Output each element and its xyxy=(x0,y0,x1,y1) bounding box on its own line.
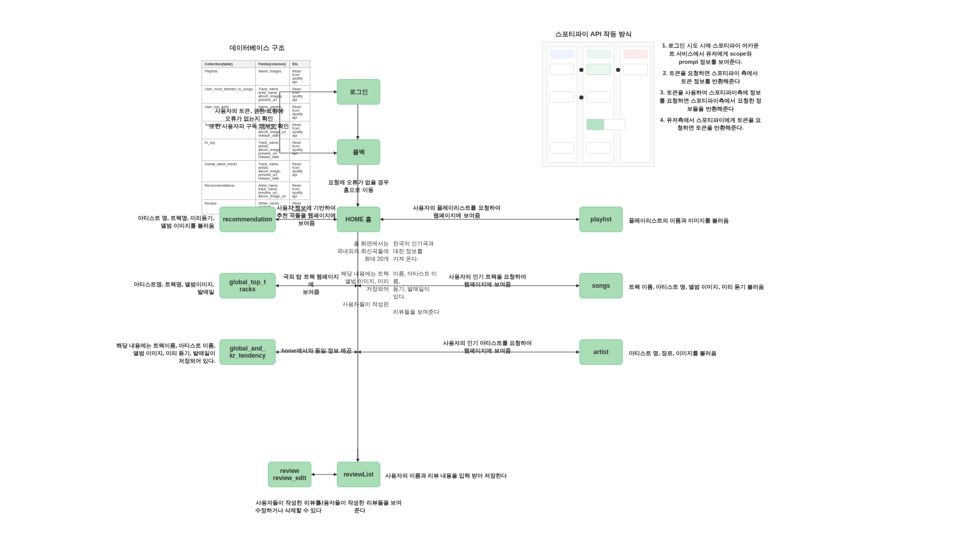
node-songs: songs xyxy=(579,273,623,298)
label-playlist-desc: 플레이리스트의 이름과 이미지를 불러옴 xyxy=(629,217,741,224)
label-home-body-right: 한국의 인기곡과 대한 정보를 가져 온다. 이름, 아티스트 이름, 듣기, … xyxy=(393,240,444,315)
label-home-gtt: 국외 탑 트랙 웹페이지에 보여줌 xyxy=(282,273,340,296)
db-th-1: Fields(columns) xyxy=(256,61,290,68)
db-th-0: Collection(table) xyxy=(202,61,256,68)
label-artist-desc: 아티스트 명, 장르, 이미지를 불러옴 xyxy=(629,349,736,357)
label-cb-home: 요청에 오류가 없을 경우 홈으로 이동 xyxy=(319,179,398,194)
api-step-1: 1. 로그인 시도 시에 스포티파이 어카운트 서비스에서 유저에게 scope… xyxy=(659,42,762,66)
api-step-4: 4. 유저측에서 스포티파이에게 토큰을 요청하면 토큰을 반환해준다. xyxy=(659,116,762,133)
node-callback: 콜백 xyxy=(337,139,380,165)
node-artist: artist xyxy=(579,339,623,365)
label-reviewlist-right: 사용자의 이름과 리뷰 내용을 입력 받아 저장한다 xyxy=(385,472,523,480)
label-reviewlist-below: 사용자들이 작성한 리뷰들을 보여준다 xyxy=(316,499,403,514)
node-login: 로그인 xyxy=(337,79,380,105)
api-flow-thumbnail xyxy=(542,42,654,167)
node-global-kr-tendency: global_and_ kr_tendency xyxy=(219,339,276,365)
db-table: Collection(table) Fields(columns) Etc Pl… xyxy=(202,60,310,214)
db-heading: 데이터베이스 구조 xyxy=(230,43,285,53)
node-recommendation: recommendation xyxy=(219,207,276,232)
node-global-top-tracks: global_top_t racks xyxy=(219,273,276,298)
api-step-3: 3. 토큰을 사용하여 스포티파이측에 정보를 요청하면 스포티파이측에서 요청… xyxy=(659,89,762,113)
label-home-songs: 사용자의 인기 트랙을 요청하여 웹페이지에 보여줌 xyxy=(444,273,531,288)
label-home-artist: 사용자의 인기 아티스트를 요청하여 웹페이지에 보여줌 xyxy=(439,339,536,355)
label-home-rec: 사용자 정보에 기반하여 추천 곡들을 웹페이지에 보여줌 xyxy=(276,204,337,227)
label-review-desc: 사용자들이 작성한 리뷰를 수정하거나 삭제할 수 있다 xyxy=(250,499,327,514)
node-review-edit: review review_edit xyxy=(268,462,311,487)
label-home-gkt: home에서와 동일 정보 제공 xyxy=(278,347,355,355)
label-gtt-desc: 아티스트명, 트랙명, 앨범이미지, 발매일 xyxy=(128,281,214,296)
label-rec-desc: 아티스트 명, 트랙명, 미리듣기, 앨범 이미지를 불러옴 xyxy=(128,214,214,230)
label-home-body-left: 홈 화면에서는 국내외의 최신곡들에 최대 20개 해당 내용에는 트랙 앨범 … xyxy=(333,240,389,308)
api-heading: 스포티파이 API 작동 방식 xyxy=(555,30,632,39)
db-th-2: Etc xyxy=(289,61,310,68)
api-steps: 1. 로그인 시도 시에 스포티파이 어카운트 서비스에서 유저에게 scope… xyxy=(659,42,762,135)
node-playlist: playlist xyxy=(579,207,623,232)
label-login-cb: 사용자의 토큰, 권한 요청에 오류가 없는지 확인 또한 사용자의 구독 여부… xyxy=(203,107,295,130)
node-home: HOME 홈 xyxy=(337,207,380,232)
node-review-list: reviewList xyxy=(337,462,380,487)
api-step-2: 2. 토큰을 요청하면 스포티파이 측에서 토큰 정보를 반환해준다 xyxy=(659,69,762,86)
label-songs-desc: 트랙 이름, 아티스트 명, 앨범 이미지, 미리 듣기 불러옴 xyxy=(629,283,777,291)
label-gkt-desc: 해당 내용에는 트랙이름, 아티스트 이름, 앨범 이미지, 미리 듣기, 발매… xyxy=(108,342,215,365)
label-home-playlist: 사용자의 플레이리스트를 요청하여 웹페이지에 보여줌 xyxy=(408,204,505,219)
